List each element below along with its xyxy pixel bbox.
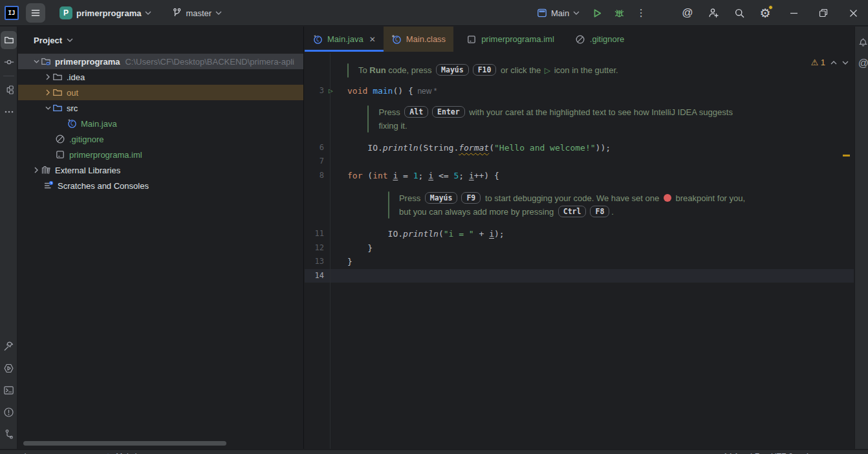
search-icon xyxy=(734,8,745,19)
editor-tab-bar: C Main.java ✕ C Main.class primerprogram… xyxy=(305,27,854,52)
code-token: println xyxy=(403,229,439,239)
run-configuration-widget[interactable]: Main xyxy=(532,5,585,21)
project-root-path: C:\Users\CF\Desktop\BACKEND\primera-apli xyxy=(125,57,294,67)
run-button[interactable] xyxy=(587,3,607,23)
project-widget[interactable]: P primerprograma xyxy=(54,4,157,22)
tree-row-project-root[interactable]: primerprograma C:\Users\CF\Desktop\BACKE… xyxy=(18,54,303,69)
more-actions-button[interactable]: ⋮ xyxy=(631,3,651,23)
keycap: Alt xyxy=(404,106,428,118)
hint-lines: Press AltEnter with your caret at the hi… xyxy=(378,105,732,133)
search-everywhere-button[interactable] xyxy=(730,3,749,23)
tool-terminal-button[interactable] xyxy=(0,379,17,401)
tree-label: src xyxy=(67,103,78,113)
gutter-cell: 11 xyxy=(305,227,347,241)
minimize-button[interactable] xyxy=(783,3,805,23)
code-token: () { xyxy=(393,86,413,96)
code-line-text: } xyxy=(347,241,854,255)
tool-vcs-button[interactable] xyxy=(0,423,17,445)
ai-assistant-tool-button[interactable]: @ xyxy=(855,52,868,74)
project-name: primerprograma xyxy=(76,8,141,18)
chevron-down-icon[interactable] xyxy=(32,59,41,63)
code-editor[interactable]: To Run code, press MayúsF10 or click the… xyxy=(305,53,854,449)
code-with-me-button[interactable] xyxy=(704,3,723,23)
restore-button[interactable] xyxy=(812,3,834,23)
tree-row-iml-file[interactable]: primerprograma.iml xyxy=(18,147,303,162)
keycap: Mayús xyxy=(425,192,458,204)
code-token: i xyxy=(489,229,494,239)
code-line-text xyxy=(347,269,854,283)
horizontal-scrollbar[interactable] xyxy=(23,441,226,446)
branch-name: master xyxy=(186,8,212,18)
chevron-down-icon xyxy=(67,38,73,42)
line-number: 6 xyxy=(305,141,324,155)
debug-button[interactable] xyxy=(609,3,629,23)
gutter-cell: 6 xyxy=(305,141,347,155)
tab-main-class[interactable]: C Main.class xyxy=(384,27,453,52)
keycap: F10 xyxy=(473,64,497,76)
ai-assistant-button[interactable]: @ xyxy=(678,3,697,23)
tree-row-idea-folder[interactable]: .idea xyxy=(18,69,303,85)
titlebar-left-group: IJ P primerprograma master xyxy=(5,0,227,26)
keycap: Enter xyxy=(432,106,465,118)
gutter-spacer xyxy=(324,155,347,169)
code-token: } xyxy=(347,243,373,253)
tool-commit-button[interactable] xyxy=(0,51,17,73)
tab-main-java[interactable]: C Main.java ✕ xyxy=(305,27,384,52)
settings-button[interactable]: ⚙ xyxy=(755,3,775,23)
project-panel-header[interactable]: Project xyxy=(18,27,303,54)
svg-text:C: C xyxy=(71,121,74,127)
project-folder-icon xyxy=(41,56,54,67)
tab-gitignore[interactable]: .gitignore xyxy=(567,27,632,52)
tool-build-button[interactable] xyxy=(0,335,17,357)
code-line: 13} xyxy=(305,255,854,269)
tree-row-main-java[interactable]: C Main.java xyxy=(18,116,303,131)
vcs-branch-widget[interactable]: master xyxy=(167,5,227,21)
scratches-icon xyxy=(43,180,56,191)
gutter-cell: 13 xyxy=(305,255,347,269)
tool-problems-button[interactable] xyxy=(0,401,17,423)
close-window-button[interactable] xyxy=(842,3,864,23)
main-menu-button[interactable] xyxy=(26,3,45,23)
tree-row-src-folder[interactable]: src xyxy=(18,100,303,116)
code-line-text xyxy=(347,155,854,169)
tree-row-gitignore[interactable]: .gitignore xyxy=(18,131,303,147)
run-icon: ▷ xyxy=(543,66,552,75)
tree-row-out-folder[interactable]: out xyxy=(18,85,303,100)
chevron-down-icon[interactable] xyxy=(43,106,52,110)
code-line-text: for (int i = 1; i <= 5; i++) { xyxy=(347,169,854,183)
line-number: 7 xyxy=(305,155,324,169)
chevron-right-icon[interactable] xyxy=(32,167,41,173)
tree-row-scratches[interactable]: Scratches and Consoles xyxy=(18,178,303,193)
keycap: Ctrl xyxy=(558,206,587,217)
tree-label: .idea xyxy=(67,72,85,82)
tool-services-button[interactable] xyxy=(0,357,17,379)
hint-accent-bar xyxy=(347,63,349,78)
notifications-button[interactable] xyxy=(855,30,868,52)
tab-primerprograma-iml[interactable]: primerprograma.iml xyxy=(459,27,562,52)
gutter-spacer xyxy=(324,169,347,183)
tree-label: Main.java xyxy=(81,119,117,129)
ai-assistant-icon: @ xyxy=(858,58,868,69)
tool-more-button[interactable] xyxy=(0,101,17,123)
editor-hint-block: Press MayúsF9 to start debugging your co… xyxy=(305,182,854,227)
tool-structure-button[interactable] xyxy=(0,79,17,101)
close-tab-icon[interactable]: ✕ xyxy=(369,35,376,44)
tool-project-button[interactable] xyxy=(0,29,17,51)
code-line: 12 } xyxy=(305,241,854,255)
tree-row-external-libraries[interactable]: External Libraries xyxy=(18,162,303,178)
structure-icon xyxy=(4,85,14,95)
run-gutter-icon[interactable]: ▷ xyxy=(324,84,347,99)
code-line: 3▷void main() { new * xyxy=(305,84,854,99)
inlay-hint: new * xyxy=(413,87,437,96)
code-line-text: IO.println(String.format("Hello and welc… xyxy=(347,141,854,155)
line-number: 8 xyxy=(305,169,324,183)
scrollbar-warning-mark[interactable] xyxy=(843,155,850,157)
code-token: )); xyxy=(596,143,611,153)
tab-label: .gitignore xyxy=(590,34,624,44)
code-token: } xyxy=(347,257,353,266)
chevron-right-icon[interactable] xyxy=(43,89,52,96)
tab-label: primerprograma.iml xyxy=(481,34,554,44)
chevron-right-icon[interactable] xyxy=(43,74,52,80)
line-number: 14 xyxy=(305,269,324,283)
keycap: Mayús xyxy=(436,64,469,76)
